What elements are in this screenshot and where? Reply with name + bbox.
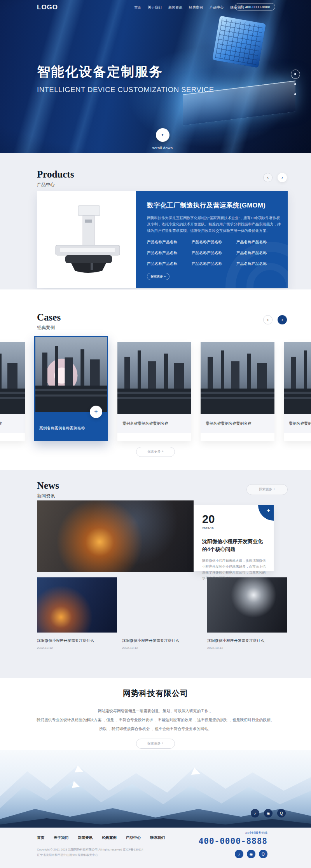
- qq-icon[interactable]: Q: [259, 850, 267, 858]
- product-link[interactable]: 产品名称产品名称: [236, 240, 281, 245]
- product-link[interactable]: 产品名称产品名称: [192, 251, 236, 256]
- address-text: 辽宁省沈阳市和平区中山路999号新华春天中心: [37, 852, 143, 858]
- refinery-photo-art: [201, 342, 274, 414]
- case-card-active[interactable]: + 案例名称案例名称案例名称: [34, 336, 108, 441]
- footer-nav-about[interactable]: 关于我们: [54, 835, 68, 840]
- footer: 首页 关于我们 新闻资讯 经典案例 产品中心 联系我们 Copyright © …: [0, 828, 311, 868]
- header-phone-button[interactable]: ✆ 400-0000-8888: [235, 3, 275, 10]
- copyright-text: Copyright © 2011-2023 沈阳网势科技有限公司 All rig…: [37, 847, 143, 852]
- news-explore-more-button[interactable]: 探索更多 +: [246, 484, 288, 495]
- about-explore-more-button[interactable]: 探索更多 +: [136, 739, 175, 749]
- plus-icon: +: [267, 507, 270, 514]
- nav-item-home[interactable]: 首页: [134, 5, 141, 10]
- hero-pagination: [294, 73, 296, 95]
- cases-prev-button[interactable]: ‹: [263, 315, 273, 324]
- nav-item-news[interactable]: 新闻资讯: [168, 5, 182, 10]
- news-item-image: [122, 577, 202, 633]
- hero-title: 智能化设备定制服务: [37, 63, 214, 81]
- douyin-icon[interactable]: ♪: [251, 809, 259, 817]
- company-intro: 网站建设与网络营销是一项需要创意、策划、可以深入研究的工作 。 我们提供专业的设…: [0, 706, 311, 733]
- scroll-down-button[interactable]: ▼: [156, 128, 169, 142]
- cases-next-button[interactable]: ›: [278, 315, 287, 324]
- footer-nav-cases[interactable]: 经典案例: [102, 835, 117, 840]
- weibo-icon[interactable]: ◉: [247, 850, 255, 858]
- news-item[interactable]: 沈阳微信小程序开发需要注意什么 2022-10-12: [37, 577, 117, 650]
- cases-explore-more-button[interactable]: 探索更多 +: [136, 447, 175, 457]
- product-link[interactable]: 产品名称产品名称: [192, 261, 236, 267]
- footer-nav-products[interactable]: 产品中心: [126, 835, 141, 840]
- refinery-photo-art: [284, 342, 311, 414]
- company-intro-line: 网站建设与网络营销是一项需要创意、策划、可以深入研究的工作 。: [0, 706, 311, 715]
- product-link[interactable]: 产品名称产品名称: [192, 240, 236, 245]
- cases-heading: Cases 经典案例: [37, 312, 61, 331]
- case-card[interactable]: 案例名称案例名称案例名称: [117, 342, 191, 441]
- hero-copy: 智能化设备定制服务 INTELLIGENT DEVICE CUSTOMIZATI…: [37, 63, 214, 94]
- product-link[interactable]: 产品名称产品名称: [147, 240, 192, 245]
- featured-news-image[interactable]: [37, 500, 194, 572]
- mountain-social-icons: ♪ ◉ Q: [251, 809, 286, 817]
- news-item[interactable]: 沈阳微信小程序开发需要注意什么 2022-10-12: [122, 577, 202, 650]
- cases-title-cn: 经典案例: [37, 325, 61, 331]
- footer-phone-number[interactable]: 400-0000-8888: [199, 837, 267, 846]
- weibo-glyph: ◉: [250, 852, 253, 856]
- logo[interactable]: LOGO: [37, 3, 58, 11]
- case-caption: 案例名称案例名称案例名称: [117, 414, 191, 433]
- chevron-down-icon: ▼: [161, 133, 164, 137]
- news-item[interactable]: 沈阳微信小程序开发需要注意什么 2022-10-12: [207, 577, 287, 650]
- product-link[interactable]: 产品名称产品名称: [147, 251, 192, 256]
- weibo-icon[interactable]: ◉: [264, 809, 273, 817]
- product-link[interactable]: 产品名称产品名称: [236, 261, 281, 267]
- mountain-banner: ♪ ◉ Q: [0, 750, 311, 828]
- news-item-image: [37, 577, 117, 633]
- refinery-photo-art: [117, 342, 191, 414]
- nav-item-about[interactable]: 关于我们: [148, 5, 162, 10]
- product-link[interactable]: 产品名称产品名称: [236, 251, 281, 256]
- case-plus-button[interactable]: +: [90, 406, 102, 418]
- news-title-en: News: [37, 480, 59, 491]
- nav-item-cases[interactable]: 经典案例: [189, 5, 203, 10]
- hero-dot-2[interactable]: [294, 83, 296, 85]
- cases-section: Cases 经典案例 ‹ ›: [0, 289, 311, 470]
- case-image: [201, 342, 274, 414]
- news-item-title[interactable]: 沈阳微信小程序开发需要注意什么: [122, 638, 202, 643]
- qq-glyph: Q: [280, 811, 283, 816]
- footer-nav: 首页 关于我们 新闻资讯 经典案例 产品中心 联系我们: [37, 835, 165, 840]
- news-section: News 新闻资讯 探索更多 + + 20 2023-10 沈阳微信小程序开发商…: [0, 470, 311, 678]
- douyin-icon[interactable]: ♪: [235, 850, 243, 858]
- douyin-glyph: ♪: [254, 811, 256, 816]
- news-item-title[interactable]: 沈阳微信小程序开发需要注意什么: [207, 638, 287, 643]
- news-heading: News 新闻资讯: [37, 480, 59, 499]
- featured-date: 2023-10: [202, 526, 267, 530]
- featured-title[interactable]: 沈阳微信小程序开发商业化的4个核心问题: [202, 538, 267, 553]
- footer-nav-contact[interactable]: 联系我们: [150, 835, 165, 840]
- hotline-label: 24小时服务热线: [199, 831, 267, 835]
- phone-icon: ✆: [240, 5, 243, 9]
- featured-day: 20: [202, 514, 267, 525]
- hero-dot-3[interactable]: [294, 93, 296, 95]
- about-section: 网势科技有限公司 网站建设与网络营销是一项需要创意、策划、可以深入研究的工作 。…: [0, 678, 311, 750]
- qq-icon[interactable]: Q: [277, 809, 286, 817]
- case-card[interactable]: 案例名称案例名称案例名称: [0, 342, 25, 441]
- nav-item-products[interactable]: 产品中心: [210, 5, 224, 10]
- hero-dot-1[interactable]: [294, 73, 296, 75]
- product-card: 数字化工厂制造执行及营运系统(GMOM) 网势科技作为深扎互联网数字化领域的“国…: [37, 191, 288, 288]
- hero-subtitle: INTELLIGENT DEVICE CUSTOMIZATION SERVICE: [37, 85, 214, 94]
- company-intro-line: 我们提供专业的设计及相应的解决方案 ，但是 ，不符合专业设计要求 ，不能达到应有…: [0, 715, 311, 724]
- product-link[interactable]: 产品名称产品名称: [147, 261, 192, 267]
- products-explore-more-button[interactable]: 探索更多 +: [147, 273, 169, 280]
- products-next-button[interactable]: ›: [278, 173, 287, 182]
- footer-nav-news[interactable]: 新闻资讯: [78, 835, 93, 840]
- news-item-title[interactable]: 沈阳微信小程序开发需要注意什么: [37, 638, 117, 643]
- news-item-date: 2022-10-12: [122, 646, 202, 650]
- footer-nav-home[interactable]: 首页: [37, 835, 44, 840]
- company-intro-line: 所以 ，我们即使放弃合作机会 ，也不会做不符合专业要求的网站。: [0, 724, 311, 733]
- products-prev-button[interactable]: ‹: [263, 173, 273, 182]
- page: LOGO 首页 关于我们 新闻资讯 经典案例 产品中心 联系我们 ✆ 400-0…: [0, 0, 311, 868]
- product-name[interactable]: 数字化工厂制造执行及营运系统(GMOM): [147, 201, 277, 210]
- featured-news-card[interactable]: + 20 2023-10 沈阳微信小程序开发商业化的4个核心问题 随着微信小程序…: [194, 505, 274, 571]
- cases-carousel: 案例名称案例名称案例名称: [0, 342, 311, 441]
- case-card[interactable]: 案例名称案例名称案例名称: [201, 342, 274, 441]
- case-card[interactable]: 案例名称案例名称案例名称: [284, 342, 311, 441]
- qq-glyph: Q: [262, 852, 265, 856]
- products-heading: Products 产品中心: [37, 169, 74, 188]
